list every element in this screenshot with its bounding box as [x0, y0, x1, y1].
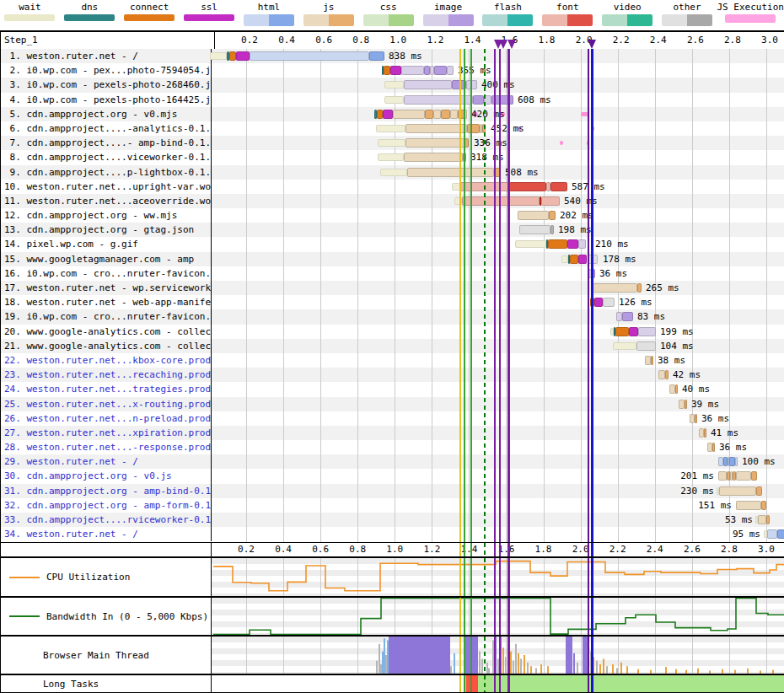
request-row[interactable]: 1. weston.ruter.net - /838 ms — [1, 49, 784, 63]
request-segment-img_d[interactable] — [424, 66, 430, 75]
request-segment-js_d[interactable] — [665, 370, 669, 379]
request-segment-wait[interactable] — [376, 125, 405, 132]
request-segment-wait[interactable] — [452, 183, 460, 191]
request-label[interactable]: 23. weston.ruter.net...recaching.prod.js — [1, 368, 212, 382]
request-segment-ssl[interactable] — [236, 51, 250, 61]
request-label[interactable]: 4. i0.wp.com - pexels-photo-164425.jpeg — [1, 93, 212, 107]
request-segment-img_l[interactable] — [466, 80, 477, 89]
request-row[interactable]: 3. i0.wp.com - pexels-photo-268460.jpeg4… — [1, 78, 784, 92]
request-label[interactable]: 22. weston.ruter.net...kbox-core.prod.js — [1, 353, 212, 368]
request-row[interactable]: 11. weston.ruter.net...aceoverride.woff2… — [1, 194, 784, 208]
request-segment-js_d[interactable] — [651, 356, 653, 365]
request-row[interactable]: 17. weston.ruter.net - wp.serviceworker2… — [1, 281, 784, 295]
request-segment-js_l[interactable] — [464, 110, 467, 119]
request-label[interactable]: 3. i0.wp.com - pexels-photo-268460.jpeg — [1, 78, 212, 92]
request-row[interactable]: 23. weston.ruter.net...recaching.prod.js… — [1, 368, 784, 382]
request-segment-js_d[interactable] — [637, 283, 642, 293]
request-segment-js_d[interactable] — [675, 384, 678, 394]
request-segment-wait[interactable] — [210, 52, 227, 60]
request-row[interactable]: 6. cdn.ampproject....-analytics-0.1.mjs4… — [1, 121, 784, 136]
request-row[interactable]: 2. i0.wp.com - pex...photo-7594054.jpeg3… — [1, 63, 784, 78]
request-segment-wait[interactable] — [384, 96, 404, 104]
request-row[interactable]: 22. weston.ruter.net...kbox-core.prod.js… — [1, 353, 784, 368]
request-segment-js_l[interactable] — [518, 211, 549, 220]
request-segment-js_l[interactable] — [658, 370, 665, 379]
request-segment-wait[interactable] — [561, 255, 568, 263]
request-segment-html_l[interactable] — [735, 457, 738, 466]
request-segment-img_l[interactable] — [638, 327, 656, 336]
request-segment-wait[interactable] — [384, 81, 404, 89]
request-label[interactable]: 26. weston.ruter.net...n-preload.prod.js — [1, 411, 212, 426]
request-segment-js_d[interactable] — [458, 110, 464, 119]
request-segment-img_l[interactable] — [484, 95, 491, 105]
request-label[interactable]: 28. weston.ruter.net...-response.prod.js — [1, 440, 212, 454]
request-segment-js_l[interactable] — [758, 515, 766, 524]
request-label[interactable]: 7. cdn.ampproject....- amp-bind-0.1.mjs — [1, 136, 212, 150]
request-row[interactable]: 18. weston.ruter.net - web-app-manifest1… — [1, 295, 784, 309]
request-row[interactable]: 16. i0.wp.com - cro...nruter-favicon.png… — [1, 266, 784, 281]
request-segment-other_l[interactable] — [636, 341, 656, 351]
request-segment-js_d[interactable] — [482, 124, 486, 133]
request-segment-js_l[interactable] — [433, 110, 441, 119]
request-label[interactable]: 33. cdn.ampproject....rviceworker-0.1.js — [1, 513, 212, 527]
request-segment-js_l[interactable] — [393, 110, 425, 119]
request-row[interactable]: 32. cdn.ampproject.org - amp-form-0.1.js… — [1, 498, 784, 513]
request-label[interactable]: 9. cdn.ampproject....p-lightbox-0.1.mjs — [1, 165, 212, 180]
request-segment-html_l[interactable] — [767, 529, 777, 539]
request-row[interactable]: 26. weston.ruter.net...n-preload.prod.js… — [1, 411, 784, 426]
request-label[interactable]: 29. weston.ruter.net - / — [1, 454, 212, 469]
request-segment-img_d[interactable] — [473, 95, 484, 105]
request-segment-other_l[interactable] — [588, 255, 598, 264]
request-segment-connect[interactable] — [570, 255, 578, 264]
request-segment-wait[interactable] — [378, 153, 404, 161]
request-segment-img_d[interactable] — [434, 66, 447, 75]
request-segment-js_d[interactable] — [766, 515, 770, 524]
request-segment-js_d[interactable] — [761, 501, 766, 510]
request-segment-js_d[interactable] — [494, 168, 501, 177]
request-row[interactable]: 10. weston.ruter.net...upright-var.woff2… — [1, 180, 784, 194]
request-row[interactable]: 7. cdn.ampproject....- amp-bind-0.1.mjs3… — [1, 136, 784, 150]
request-segment-js_l[interactable] — [450, 110, 458, 119]
request-segment-ssl[interactable] — [578, 255, 587, 264]
request-row[interactable]: 31. cdn.ampproject.org - amp-bind-0.1.js… — [1, 484, 784, 498]
request-row[interactable]: 27. weston.ruter.net...xpiration.prod.js… — [1, 426, 784, 440]
request-label[interactable]: 11. weston.ruter.net...aceoverride.woff2 — [1, 194, 212, 208]
request-segment-ssl[interactable] — [594, 298, 603, 307]
request-segment-font_l[interactable] — [460, 182, 509, 191]
request-segment-img_l[interactable] — [578, 239, 586, 249]
request-segment-js_d[interactable] — [441, 110, 450, 119]
request-segment-html_d[interactable] — [369, 51, 384, 61]
request-segment-js_l[interactable] — [669, 384, 675, 394]
request-label[interactable]: 24. weston.ruter.net...trategies.prod.js — [1, 382, 212, 396]
request-segment-img_l[interactable] — [404, 80, 452, 89]
request-segment-js_d[interactable] — [751, 471, 757, 481]
request-segment-img_d[interactable] — [622, 312, 633, 321]
request-label[interactable]: 2. i0.wp.com - pex...photo-7594054.jpeg — [1, 63, 212, 78]
request-segment-img_d[interactable] — [592, 269, 595, 278]
request-row[interactable]: 28. weston.ruter.net...-response.prod.js… — [1, 440, 784, 454]
request-segment-js_l[interactable] — [645, 356, 651, 365]
request-label[interactable]: 8. cdn.ampproject....viceworker-0.1.mjs — [1, 150, 212, 164]
request-label[interactable]: 13. cdn.ampproject.org - gtag.json — [1, 223, 212, 237]
request-segment-js_l[interactable] — [405, 124, 467, 133]
request-segment-js_l[interactable] — [404, 153, 463, 162]
request-segment-ssl[interactable] — [390, 66, 401, 75]
request-row[interactable]: 25. weston.ruter.net...x-routing.prod.js… — [1, 397, 784, 411]
request-row[interactable]: 5. cdn.ampproject.org - v0.mjs420 ms — [1, 107, 784, 121]
request-segment-ssl[interactable] — [383, 110, 393, 119]
request-label[interactable]: 16. i0.wp.com - cro...nruter-favicon.png — [1, 266, 212, 281]
request-segment-wait[interactable] — [515, 240, 546, 248]
request-segment-img_l[interactable] — [447, 66, 454, 75]
request-row[interactable]: 14. pixel.wp.com - g.gif210 ms — [1, 237, 784, 251]
request-segment-js_d[interactable] — [695, 414, 697, 423]
request-segment-wait[interactable] — [454, 197, 462, 205]
request-segment-wait[interactable] — [378, 139, 405, 147]
request-label[interactable]: 20. www.google-analytics.com - collect — [1, 325, 212, 339]
request-segment-js_l[interactable] — [593, 283, 637, 293]
request-segment-font_d[interactable] — [509, 182, 546, 191]
request-segment-js_l[interactable] — [407, 168, 494, 177]
request-segment-font_l[interactable] — [541, 196, 560, 206]
request-segment-js_d[interactable] — [704, 428, 706, 438]
request-label[interactable]: 14. pixel.wp.com - g.gif — [1, 237, 212, 251]
request-segment-other_l[interactable] — [603, 298, 615, 307]
